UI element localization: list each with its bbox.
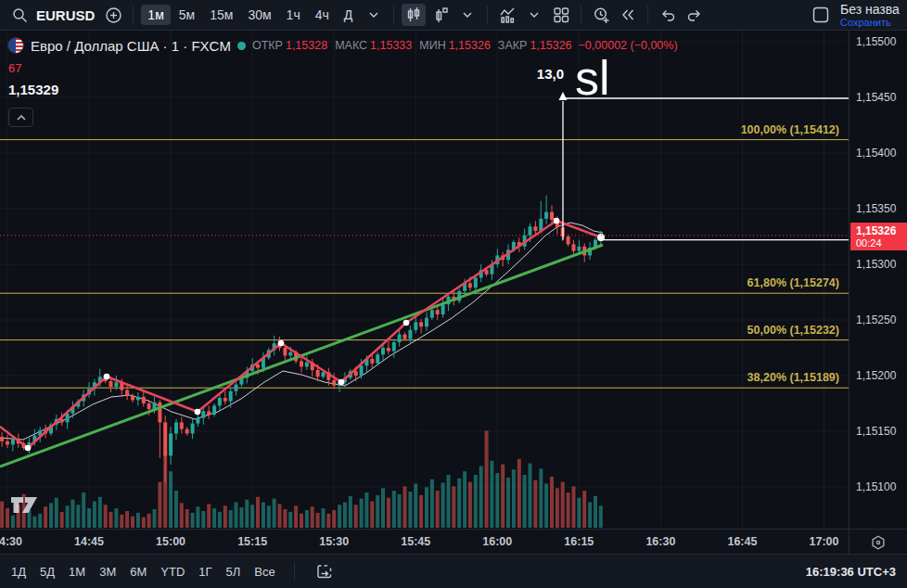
range-button-Все[interactable]: Все: [254, 565, 275, 579]
price-tick: 1,15300: [856, 258, 896, 271]
chart-type-dropdown-icon[interactable]: [455, 4, 479, 26]
last-price-label: 1,1532600:24: [850, 223, 907, 250]
interval-button-Д[interactable]: Д: [338, 5, 359, 25]
divider: [294, 562, 295, 581]
chart-type-icon[interactable]: [428, 4, 453, 26]
save-button[interactable]: Сохранить: [840, 17, 900, 28]
price-tick: 1,15350: [856, 202, 896, 215]
layout-name[interactable]: Без назван: [840, 2, 900, 17]
ohlc-values: ОТКР1,15328МАКС1,15333МИН1,15326ЗАКР1,15…: [252, 39, 572, 52]
range-button-3М[interactable]: 3М: [99, 565, 116, 579]
price-tick: 1,15200: [856, 369, 896, 382]
pair-title[interactable]: Евро / Доллар США · 1 · FXCM: [31, 38, 231, 54]
time-tick: 16:45: [727, 535, 757, 548]
range-button-5Д[interactable]: 5Д: [40, 565, 55, 579]
price-axis[interactable]: 1,155001,154501,154001,153501,153001,152…: [849, 31, 907, 529]
svg-text:38,20% (1,15189): 38,20% (1,15189): [747, 371, 839, 384]
time-tick: 16:15: [564, 535, 594, 548]
axis-settings-icon: [870, 534, 887, 551]
layout-select-icon[interactable]: [809, 4, 833, 26]
bottom-toolbar: 1Д5Д1М3М6МYTD1Г5ЛВсе 16:19:36 UTC+3: [0, 554, 907, 588]
svg-text:sl: sl: [575, 51, 610, 105]
candles-style-icon[interactable]: [402, 4, 426, 26]
range-button-1М[interactable]: 1М: [69, 565, 85, 579]
redo-icon[interactable]: [683, 4, 707, 26]
legend-collapse-button[interactable]: [8, 108, 33, 127]
time-tick: 17:00: [810, 535, 839, 548]
replay-icon[interactable]: [616, 4, 640, 26]
time-axis[interactable]: 14:3014:4515:0015:1515:3015:4516:0016:15…: [0, 529, 907, 554]
price-tick: 1,15100: [856, 480, 896, 493]
time-tick: 15:45: [401, 535, 430, 548]
symbol-legend[interactable]: Евро / Доллар США · 1 · FXCM ОТКР1,15328…: [7, 37, 678, 54]
time-tick: 16:00: [482, 535, 512, 548]
interval-button-5м[interactable]: 5м: [172, 5, 201, 25]
price-tick: 1,15250: [856, 313, 896, 326]
interval-button-1ч[interactable]: 1ч: [280, 5, 307, 25]
range-button-5Л[interactable]: 5Л: [226, 565, 241, 579]
layout-title-block[interactable]: Без назван Сохранить: [840, 2, 900, 28]
interval-button-15м[interactable]: 15м: [203, 5, 239, 25]
divider: [133, 6, 134, 24]
legend-last-price: 1,15329: [8, 82, 58, 97]
time-tick: 16:30: [645, 535, 675, 548]
alert-icon[interactable]: [589, 4, 613, 26]
indicators-icon[interactable]: [495, 4, 519, 26]
server-clock[interactable]: 16:19:36 UTC+3: [806, 565, 896, 579]
interval-buttons: 1м5м15м30м1ч4чД: [141, 5, 359, 25]
divider: [393, 6, 394, 24]
price-tick: 1,15450: [856, 91, 896, 104]
price-tick: 1,15400: [856, 147, 896, 160]
time-tick: 15:30: [319, 535, 349, 548]
svg-text:13,0: 13,0: [537, 66, 564, 82]
market-open-icon: [237, 42, 246, 50]
divider: [647, 6, 648, 24]
range-button-1Д[interactable]: 1Д: [11, 565, 26, 579]
price-tick: 1,15500: [856, 35, 896, 48]
ohlc-item: МАКС1,15333: [335, 39, 412, 52]
undo-icon[interactable]: [656, 4, 680, 26]
interval-button-4ч[interactable]: 4ч: [309, 5, 336, 25]
price-tick: 1,15150: [856, 425, 896, 438]
interval-dropdown-icon[interactable]: [362, 4, 386, 26]
symbol-name[interactable]: EURUSD: [36, 7, 95, 23]
time-tick: 14:30: [0, 535, 22, 548]
compare-add-icon[interactable]: [101, 4, 125, 26]
interval-button-1м[interactable]: 1м: [141, 5, 170, 25]
trading-app: 13,0sl100,00% (1,15412)61,80% (1,15274)5…: [0, 0, 907, 588]
interval-button-30м[interactable]: 30м: [241, 5, 277, 25]
range-buttons: 1Д5Д1М3М6МYTD1Г5ЛВсе: [11, 565, 275, 579]
axis-settings-corner[interactable]: [849, 530, 907, 555]
chart-canvas[interactable]: 13,0sl100,00% (1,15412)61,80% (1,15274)5…: [0, 0, 849, 529]
svg-text:61,80% (1,15274): 61,80% (1,15274): [747, 276, 839, 289]
time-tick: 15:15: [237, 535, 267, 548]
ohlc-item: ОТКР1,15328: [252, 39, 327, 52]
indicators-dropdown-icon[interactable]: [522, 4, 546, 26]
bar-volume: 67: [8, 61, 21, 75]
range-button-1Г[interactable]: 1Г: [198, 565, 211, 579]
range-button-YTD[interactable]: YTD: [160, 565, 185, 579]
time-tick: 14:45: [74, 535, 104, 548]
ohlc-item: ЗАКР1,15326: [498, 39, 572, 52]
ohlc-item: МИН1,15326: [419, 39, 491, 52]
time-tick: 15:00: [156, 535, 185, 548]
bar-change: −0,00002 (−0,00%): [579, 39, 678, 52]
go-to-date-icon[interactable]: [313, 560, 338, 582]
svg-text:50,00% (1,15232): 50,00% (1,15232): [747, 324, 839, 337]
search-icon[interactable]: [7, 4, 32, 26]
eurusd-flag-icon: [7, 37, 24, 54]
layout-grid-icon[interactable]: [549, 4, 573, 26]
top-toolbar: EURUSD 1м5м15м30м1ч4чД: [0, 0, 907, 31]
divider: [581, 6, 581, 24]
svg-text:100,00% (1,15412): 100,00% (1,15412): [741, 123, 839, 136]
divider: [487, 6, 488, 24]
range-button-6М[interactable]: 6М: [130, 565, 147, 579]
